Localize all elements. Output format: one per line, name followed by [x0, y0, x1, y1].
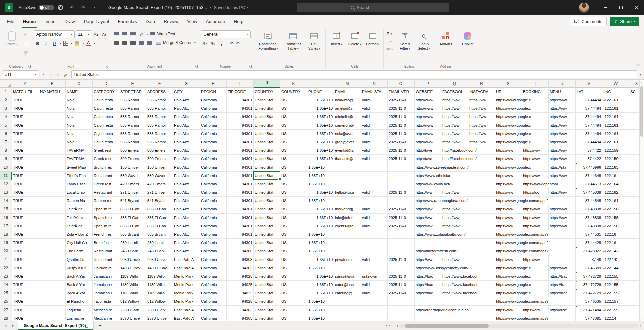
cell-H25[interactable]: California [200, 289, 227, 297]
column-header-D[interactable]: D [93, 80, 119, 88]
dialog-launcher-icon[interactable] [249, 65, 252, 68]
scroll-right-icon[interactable]: ▸ [640, 324, 641, 327]
cell-C18[interactable]: Zola + Bar Z [66, 230, 93, 239]
column-header-O[interactable]: O [388, 80, 415, 88]
percent-format-button[interactable]: % [209, 40, 217, 47]
cell-W5[interactable]: -122.161 [602, 121, 629, 130]
wrap-text-button[interactable]: Wrap Text [149, 31, 177, 37]
align-right-button[interactable] [129, 39, 137, 46]
cell-M27[interactable] [334, 306, 361, 314]
cell-K1[interactable]: COUNTRY [280, 88, 307, 96]
row-header-17[interactable]: 17 [0, 222, 12, 230]
cell-L19[interactable]: 1.65E+10 [307, 239, 334, 247]
cell-O22[interactable] [388, 264, 415, 272]
row-header-1[interactable]: 1 [0, 88, 12, 96]
cell-I5[interactable]: 94301 [227, 121, 254, 130]
cell-L7[interactable]: 1.65E+10 [307, 138, 334, 146]
cell-Q13[interactable]: https://ww [441, 188, 468, 197]
cell-R16[interactable] [468, 214, 495, 222]
autosave-toggle[interactable]: Off [39, 5, 54, 10]
cell-A17[interactable]: TRUE [12, 222, 39, 230]
row-header-2[interactable]: 2 [0, 96, 12, 104]
cell-V6[interactable]: 37.44494 [576, 130, 602, 138]
cell-K22[interactable]: US [280, 264, 307, 272]
cell-Q1[interactable]: FACEBOOI [441, 88, 468, 96]
column-header-I[interactable]: I [227, 80, 254, 88]
cell-Q6[interactable]: https://ww [441, 130, 468, 138]
cell-E18[interactable]: 585 Bryant [119, 230, 146, 239]
cell-M26[interactable] [334, 297, 361, 306]
cell-W14[interactable]: -122.161 [602, 197, 629, 205]
cell-N13[interactable]: valid [361, 188, 388, 197]
format-as-table-button[interactable]: Format as Table▾ [282, 30, 304, 51]
tab-formulas[interactable]: Formulas [113, 15, 141, 28]
cell-J20[interactable]: United Stat [254, 247, 280, 255]
cell-S2[interactable]: https://www.google.c [495, 96, 522, 104]
cell-S10[interactable]: https://www.google.c [495, 163, 522, 172]
cell-S24[interactable]: https://www.google.c [495, 281, 522, 289]
cell-K5[interactable]: US [280, 121, 307, 130]
cell-G28[interactable]: East Palo A [173, 314, 200, 321]
vertical-scrollbar[interactable]: ▴ ▾ [639, 80, 644, 321]
cell-A9[interactable]: TRUE [12, 155, 39, 163]
cell-E19[interactable]: 250 Hamil [119, 239, 146, 247]
name-box[interactable]: J11 ▾ [3, 70, 39, 78]
cell-S20[interactable]: https://www.google.com/maps? [495, 247, 522, 255]
cell-J12[interactable]: United Stat [254, 180, 280, 188]
cell-B13[interactable] [39, 188, 66, 197]
redo-button[interactable]: ↷ [78, 3, 88, 13]
cell-F21[interactable]: 2050 Unive [146, 255, 173, 264]
cell-T1[interactable]: BOOKING [522, 88, 549, 96]
row-header-7[interactable]: 7 [0, 138, 12, 146]
cell-T15[interactable]: https://ww [522, 205, 549, 214]
paste-button[interactable]: Paste▾ [3, 30, 21, 47]
cell-U15[interactable]: https://ww [549, 205, 576, 214]
cell-A1[interactable]: MATCH FIL [12, 88, 39, 96]
cell-O14[interactable] [388, 197, 415, 205]
cell-B2[interactable] [39, 96, 66, 104]
cell-U20[interactable] [549, 247, 576, 255]
cell-F8[interactable]: 800 Emers [146, 146, 173, 155]
row-header-3[interactable]: 3 [0, 104, 12, 113]
cell-W25[interactable]: -122.155 [602, 289, 629, 297]
enter-icon[interactable]: ✓ [56, 72, 60, 77]
cell-V22[interactable]: 37.46309 [576, 264, 602, 272]
cell-O3[interactable]: 2025-11-0 [388, 104, 415, 113]
cell-S16[interactable]: https://ww [495, 214, 522, 222]
cell-C2[interactable]: Nola [66, 96, 93, 104]
insert-cells-button[interactable]: Insert▾ [328, 30, 345, 47]
cell-S25[interactable]: https://www.google.c [495, 289, 522, 297]
cell-B24[interactable] [39, 281, 66, 289]
cell-W18[interactable]: -122.16 [602, 230, 629, 239]
cell-E8[interactable]: 800 Emers [119, 146, 146, 155]
cell-L2[interactable]: 1.65E+10 [307, 96, 334, 104]
cell-V4[interactable]: 37.44494 [576, 113, 602, 121]
cell-K20[interactable]: US [280, 247, 307, 255]
cell-C26[interactable]: El Rancho [66, 297, 93, 306]
cell-G27[interactable]: East Palo A [173, 306, 200, 314]
cell-C10[interactable]: Sweet Map [66, 163, 93, 172]
cell-U19[interactable] [549, 239, 576, 247]
cell-U6[interactable]: https://ww [549, 130, 576, 138]
cell-H9[interactable]: California [200, 155, 227, 163]
cell-B9[interactable] [39, 155, 66, 163]
cell-U13[interactable]: https://ww [549, 188, 576, 197]
cell-V11[interactable]: 37.44648 [576, 172, 602, 180]
cell-I13[interactable]: 94301 [227, 188, 254, 197]
cell-R17[interactable] [468, 222, 495, 230]
cell-U23[interactable]: https://bac [549, 272, 576, 281]
cell-N3[interactable]: valid [361, 104, 388, 113]
cell-E20[interactable]: 2450 Park [119, 247, 146, 255]
cell-S5[interactable]: https://www.google.c [495, 121, 522, 130]
cell-V8[interactable]: 37.4422 [576, 146, 602, 155]
cell-A24[interactable]: TRUE [12, 281, 39, 289]
expand-formula-bar-icon[interactable]: ▾ [640, 73, 641, 76]
cell-N14[interactable] [361, 197, 388, 205]
cell-B25[interactable] [39, 289, 66, 297]
cell-D20[interactable]: Restaurant [93, 247, 119, 255]
cell-O2[interactable]: 2025-11-0 [388, 96, 415, 104]
autosum-button[interactable]: Σ▾ [386, 30, 394, 37]
row-header-24[interactable]: 24 [0, 281, 12, 289]
row-header-12[interactable]: 12 [0, 180, 12, 188]
cell-C27[interactable]: Taqueria L [66, 306, 93, 314]
